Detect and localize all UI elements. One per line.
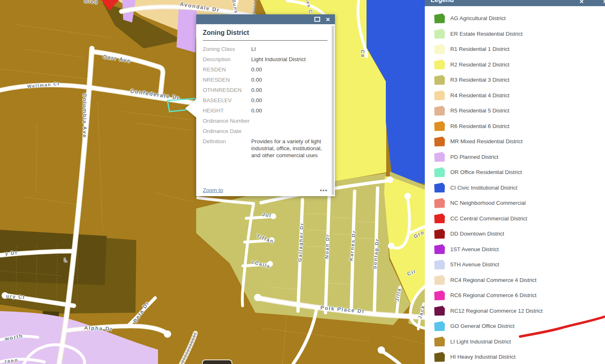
legend-swatch xyxy=(434,321,445,331)
legend-label: RC4 Regional Commerce 4 District xyxy=(450,277,536,283)
field-label: OTHNRESDEN xyxy=(203,87,251,94)
legend-label: MR Mixed Residential District xyxy=(450,138,522,144)
legend-panel: Legend × × AG Agricultural District ER E… xyxy=(425,0,605,364)
legend-item: DD Downtown District xyxy=(434,226,605,242)
close-icon[interactable]: × xyxy=(580,0,584,6)
legend-item: R6 Residential 6 District xyxy=(434,119,605,134)
popup-scrollbar-thumb[interactable] xyxy=(332,26,334,195)
close-icon[interactable]: × xyxy=(603,0,605,6)
legend-item: RC4 Regional Commerce 4 District xyxy=(434,272,605,288)
legend-item: OR Office Residential District xyxy=(434,165,605,180)
legend-item: HI Heavy Industrial District xyxy=(434,349,605,364)
legend-swatch xyxy=(434,29,445,39)
legend-swatch xyxy=(434,106,445,116)
legend-swatch xyxy=(434,90,445,100)
field-list: Zoning Class LI Description Light Indust… xyxy=(203,46,328,159)
legend-swatch xyxy=(434,183,445,192)
field-row: Ordinance Date xyxy=(203,128,328,135)
zoom-to-link[interactable]: Zoom to xyxy=(203,187,223,193)
legend-item: RC6 Regional Commerce 6 District xyxy=(434,288,605,303)
legend-item: 5TH Avenue District xyxy=(434,257,605,272)
legend-item: ER Estate Residential District xyxy=(434,26,605,42)
legend-item: CI Civic Institutional District xyxy=(434,180,605,196)
field-row: BASEELEV 0.00 xyxy=(203,97,328,104)
field-row: HEIGHT 0.00 xyxy=(203,107,328,114)
legend-label: CC Central Commercial District xyxy=(450,215,527,222)
field-row: RESDEN 0.00 xyxy=(203,66,328,73)
legend-label: GO General Office District xyxy=(450,323,515,329)
legend-swatch xyxy=(434,167,445,177)
field-row: NRESDEN 0.00 xyxy=(203,76,328,83)
legend-item: MR Mixed Residential District xyxy=(434,134,605,149)
legend-swatch xyxy=(434,60,445,69)
map-control-partial[interactable] xyxy=(202,359,232,364)
legend-item: R1 Residential 1 District xyxy=(434,41,605,57)
legend-swatch xyxy=(434,352,445,362)
legend-title: Legend xyxy=(431,0,454,4)
field-value: 0.00 xyxy=(251,76,328,83)
legend-swatch xyxy=(434,244,445,254)
legend-label: OR Office Residential District xyxy=(450,169,522,175)
popup-footer: Zoom to ••• xyxy=(203,187,328,193)
legend-label: DD Downtown District xyxy=(450,231,504,237)
field-value: Provides for a variety of light industri… xyxy=(251,138,328,159)
field-label: HEIGHT xyxy=(203,107,251,114)
legend-swatch xyxy=(434,275,445,285)
legend-label: R2 Residential 2 District xyxy=(450,62,509,68)
legend-item: R5 Residential 5 District xyxy=(434,103,605,119)
legend-label: R5 Residential 5 District xyxy=(450,108,509,114)
field-value: Light Industrial District xyxy=(251,56,328,63)
legend-swatch xyxy=(434,213,445,223)
legend-header: Legend × × xyxy=(425,0,605,6)
field-label: Definition xyxy=(203,138,251,159)
legend-item: LI Light Industrial District xyxy=(434,334,605,350)
legend-item: R4 Residential 4 District xyxy=(434,88,605,103)
legend-item: NC Neighborhood Commercial xyxy=(434,195,605,211)
popup-body: Zoning District Zoning Class LI Descript… xyxy=(196,24,335,159)
popup-leader-arrow xyxy=(185,99,197,118)
legend-label: HI Heavy Industrial District xyxy=(450,354,516,360)
legend-swatch xyxy=(434,306,445,316)
legend-swatch xyxy=(434,121,445,131)
legend-swatch xyxy=(434,152,445,162)
legend-swatch xyxy=(434,291,445,300)
legend-item: R2 Residential 2 District xyxy=(434,57,605,73)
legend-label: RC6 Regional Commerce 6 District xyxy=(450,292,536,298)
field-label: NRESDEN xyxy=(203,76,251,83)
field-value xyxy=(251,128,328,135)
legend-item: GO General Office District xyxy=(434,318,605,334)
field-value xyxy=(251,117,328,124)
popup-title: Zoning District xyxy=(203,29,328,41)
legend-swatch xyxy=(434,14,445,23)
legend-item: AG Agricultural District xyxy=(434,11,605,26)
more-options-icon[interactable]: ••• xyxy=(320,188,328,192)
field-row: Description Light Industrial District xyxy=(203,56,328,63)
legend-label: R6 Residential 6 District xyxy=(450,123,509,129)
field-label: Ordinance Number xyxy=(203,117,251,124)
legend-swatch xyxy=(434,44,445,54)
popup-scrollbar[interactable] xyxy=(332,26,334,195)
field-label: BASEELEV xyxy=(203,97,251,104)
legend-swatch xyxy=(434,229,445,239)
legend-label: ER Estate Residential District xyxy=(450,31,522,37)
field-label: Zoning Class xyxy=(203,46,251,53)
legend-list: AG Agricultural District ER Estate Resid… xyxy=(425,6,605,364)
legend-swatch xyxy=(434,260,445,270)
maximize-icon[interactable] xyxy=(314,17,320,22)
field-value: LI xyxy=(251,46,328,53)
legend-item: 1ST Avenue District xyxy=(434,242,605,257)
legend-label: R4 Residential 4 District xyxy=(450,92,509,98)
popup-header[interactable]: × xyxy=(196,14,335,24)
legend-label: R1 Residential 1 District xyxy=(450,46,509,52)
close-icon[interactable]: × xyxy=(326,16,330,23)
field-row: OTHNRESDEN 0.00 xyxy=(203,87,328,94)
field-row: Definition Provides for a variety of lig… xyxy=(203,138,328,159)
legend-swatch xyxy=(434,337,445,346)
legend-item: R3 Residential 3 District xyxy=(434,72,605,88)
legend-swatch xyxy=(434,137,445,147)
legend-label: RC12 Regional Commerce 12 District xyxy=(450,308,543,314)
field-label: RESDEN xyxy=(203,66,251,73)
field-value: 0.00 xyxy=(251,66,328,73)
field-label: Ordinance Date xyxy=(203,128,251,135)
legend-label: 1ST Avenue District xyxy=(450,246,499,252)
